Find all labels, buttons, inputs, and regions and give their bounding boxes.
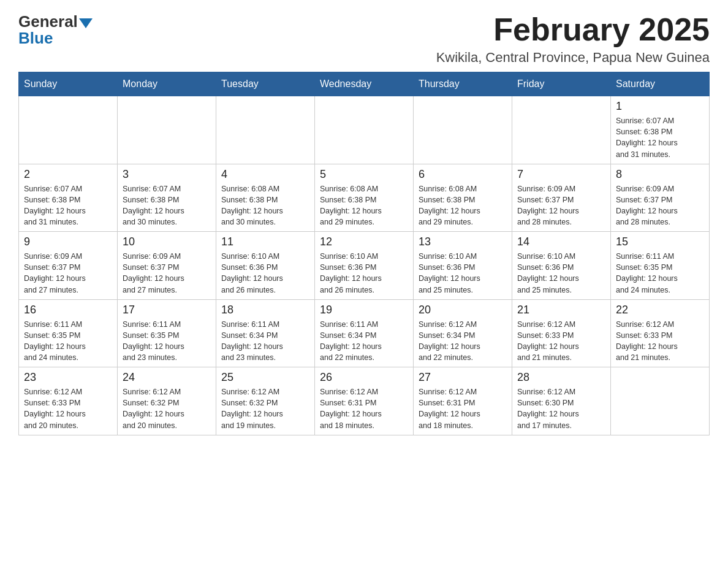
weekday-header-monday: Monday xyxy=(118,72,216,96)
day-number: 8 xyxy=(616,168,704,181)
day-info: Sunrise: 6:12 AM Sunset: 6:32 PM Dayligh… xyxy=(123,386,211,431)
page-header: General Blue February 2025 Kwikila, Cent… xyxy=(18,12,710,66)
day-info: Sunrise: 6:08 AM Sunset: 6:38 PM Dayligh… xyxy=(419,183,507,228)
day-number: 16 xyxy=(24,304,112,316)
day-info: Sunrise: 6:12 AM Sunset: 6:32 PM Dayligh… xyxy=(221,386,309,431)
day-info: Sunrise: 6:12 AM Sunset: 6:33 PM Dayligh… xyxy=(616,319,704,364)
day-info: Sunrise: 6:12 AM Sunset: 6:33 PM Dayligh… xyxy=(24,386,112,431)
weekday-header-row: SundayMondayTuesdayWednesdayThursdayFrid… xyxy=(19,72,710,96)
calendar-cell: 28Sunrise: 6:12 AM Sunset: 6:30 PM Dayli… xyxy=(512,367,611,435)
day-number: 11 xyxy=(221,236,309,248)
day-info: Sunrise: 6:12 AM Sunset: 6:33 PM Dayligh… xyxy=(517,319,605,364)
logo-triangle-icon xyxy=(79,18,93,28)
calendar-cell: 5Sunrise: 6:08 AM Sunset: 6:38 PM Daylig… xyxy=(315,164,414,232)
calendar-cell: 16Sunrise: 6:11 AM Sunset: 6:35 PM Dayli… xyxy=(19,299,118,367)
day-number: 26 xyxy=(320,371,408,384)
day-info: Sunrise: 6:12 AM Sunset: 6:34 PM Dayligh… xyxy=(419,319,507,364)
day-info: Sunrise: 6:12 AM Sunset: 6:31 PM Dayligh… xyxy=(419,386,507,431)
day-info: Sunrise: 6:07 AM Sunset: 6:38 PM Dayligh… xyxy=(616,115,704,160)
calendar-cell: 3Sunrise: 6:07 AM Sunset: 6:38 PM Daylig… xyxy=(118,164,216,232)
day-info: Sunrise: 6:10 AM Sunset: 6:36 PM Dayligh… xyxy=(320,251,408,296)
calendar-cell: 20Sunrise: 6:12 AM Sunset: 6:34 PM Dayli… xyxy=(414,299,512,367)
day-number: 12 xyxy=(320,236,408,248)
day-number: 15 xyxy=(616,236,704,248)
calendar-cell xyxy=(414,96,512,164)
day-info: Sunrise: 6:10 AM Sunset: 6:36 PM Dayligh… xyxy=(221,251,309,296)
calendar-cell: 15Sunrise: 6:11 AM Sunset: 6:35 PM Dayli… xyxy=(611,232,710,300)
day-info: Sunrise: 6:07 AM Sunset: 6:38 PM Dayligh… xyxy=(24,183,112,228)
day-number: 25 xyxy=(221,371,309,384)
calendar-table: SundayMondayTuesdayWednesdayThursdayFrid… xyxy=(18,72,710,435)
calendar-cell: 12Sunrise: 6:10 AM Sunset: 6:36 PM Dayli… xyxy=(315,232,414,300)
calendar-week-row: 16Sunrise: 6:11 AM Sunset: 6:35 PM Dayli… xyxy=(19,299,710,367)
calendar-cell xyxy=(19,96,118,164)
day-info: Sunrise: 6:09 AM Sunset: 6:37 PM Dayligh… xyxy=(123,251,211,296)
title-section: February 2025 Kwikila, Central Province,… xyxy=(436,12,710,66)
calendar-cell: 27Sunrise: 6:12 AM Sunset: 6:31 PM Dayli… xyxy=(414,367,512,435)
day-info: Sunrise: 6:09 AM Sunset: 6:37 PM Dayligh… xyxy=(517,183,605,228)
day-number: 17 xyxy=(123,304,211,316)
calendar-cell: 4Sunrise: 6:08 AM Sunset: 6:38 PM Daylig… xyxy=(216,164,315,232)
weekday-header-saturday: Saturday xyxy=(611,72,710,96)
day-info: Sunrise: 6:11 AM Sunset: 6:34 PM Dayligh… xyxy=(221,319,309,364)
calendar-cell: 2Sunrise: 6:07 AM Sunset: 6:38 PM Daylig… xyxy=(19,164,118,232)
calendar-cell: 24Sunrise: 6:12 AM Sunset: 6:32 PM Dayli… xyxy=(118,367,216,435)
day-info: Sunrise: 6:08 AM Sunset: 6:38 PM Dayligh… xyxy=(221,183,309,228)
calendar-cell: 22Sunrise: 6:12 AM Sunset: 6:33 PM Dayli… xyxy=(611,299,710,367)
day-number: 13 xyxy=(419,236,507,248)
calendar-cell xyxy=(315,96,414,164)
calendar-cell: 10Sunrise: 6:09 AM Sunset: 6:37 PM Dayli… xyxy=(118,232,216,300)
calendar-week-row: 1Sunrise: 6:07 AM Sunset: 6:38 PM Daylig… xyxy=(19,96,710,164)
day-info: Sunrise: 6:10 AM Sunset: 6:36 PM Dayligh… xyxy=(419,251,507,296)
calendar-week-row: 23Sunrise: 6:12 AM Sunset: 6:33 PM Dayli… xyxy=(19,367,710,435)
calendar-cell xyxy=(118,96,216,164)
calendar-cell: 6Sunrise: 6:08 AM Sunset: 6:38 PM Daylig… xyxy=(414,164,512,232)
day-number: 21 xyxy=(517,304,605,316)
day-number: 20 xyxy=(419,304,507,316)
day-info: Sunrise: 6:07 AM Sunset: 6:38 PM Dayligh… xyxy=(123,183,211,228)
calendar-cell: 1Sunrise: 6:07 AM Sunset: 6:38 PM Daylig… xyxy=(611,96,710,164)
day-number: 18 xyxy=(221,304,309,316)
logo: General Blue xyxy=(18,12,93,48)
day-number: 1 xyxy=(616,100,704,113)
day-info: Sunrise: 6:09 AM Sunset: 6:37 PM Dayligh… xyxy=(616,183,704,228)
day-number: 2 xyxy=(24,168,112,181)
day-number: 3 xyxy=(123,168,211,181)
day-number: 22 xyxy=(616,304,704,316)
calendar-cell xyxy=(216,96,315,164)
day-info: Sunrise: 6:11 AM Sunset: 6:35 PM Dayligh… xyxy=(123,319,211,364)
day-number: 5 xyxy=(320,168,408,181)
calendar-cell: 9Sunrise: 6:09 AM Sunset: 6:37 PM Daylig… xyxy=(19,232,118,300)
calendar-cell xyxy=(611,367,710,435)
calendar-cell: 17Sunrise: 6:11 AM Sunset: 6:35 PM Dayli… xyxy=(118,299,216,367)
month-title: February 2025 xyxy=(436,12,710,47)
day-number: 7 xyxy=(517,168,605,181)
location-subtitle: Kwikila, Central Province, Papua New Gui… xyxy=(436,50,710,66)
calendar-cell: 19Sunrise: 6:11 AM Sunset: 6:34 PM Dayli… xyxy=(315,299,414,367)
calendar-cell xyxy=(512,96,611,164)
day-info: Sunrise: 6:10 AM Sunset: 6:36 PM Dayligh… xyxy=(517,251,605,296)
day-info: Sunrise: 6:11 AM Sunset: 6:35 PM Dayligh… xyxy=(24,319,112,364)
calendar-week-row: 2Sunrise: 6:07 AM Sunset: 6:38 PM Daylig… xyxy=(19,164,710,232)
calendar-cell: 18Sunrise: 6:11 AM Sunset: 6:34 PM Dayli… xyxy=(216,299,315,367)
day-info: Sunrise: 6:08 AM Sunset: 6:38 PM Dayligh… xyxy=(320,183,408,228)
calendar-week-row: 9Sunrise: 6:09 AM Sunset: 6:37 PM Daylig… xyxy=(19,232,710,300)
calendar-cell: 25Sunrise: 6:12 AM Sunset: 6:32 PM Dayli… xyxy=(216,367,315,435)
calendar-cell: 23Sunrise: 6:12 AM Sunset: 6:33 PM Dayli… xyxy=(19,367,118,435)
calendar-cell: 21Sunrise: 6:12 AM Sunset: 6:33 PM Dayli… xyxy=(512,299,611,367)
day-info: Sunrise: 6:12 AM Sunset: 6:30 PM Dayligh… xyxy=(517,386,605,431)
calendar-cell: 14Sunrise: 6:10 AM Sunset: 6:36 PM Dayli… xyxy=(512,232,611,300)
day-info: Sunrise: 6:09 AM Sunset: 6:37 PM Dayligh… xyxy=(24,251,112,296)
day-info: Sunrise: 6:12 AM Sunset: 6:31 PM Dayligh… xyxy=(320,386,408,431)
day-number: 24 xyxy=(123,371,211,384)
day-number: 6 xyxy=(419,168,507,181)
calendar-cell: 26Sunrise: 6:12 AM Sunset: 6:31 PM Dayli… xyxy=(315,367,414,435)
weekday-header-tuesday: Tuesday xyxy=(216,72,315,96)
weekday-header-friday: Friday xyxy=(512,72,611,96)
calendar-cell: 8Sunrise: 6:09 AM Sunset: 6:37 PM Daylig… xyxy=(611,164,710,232)
day-number: 27 xyxy=(419,371,507,384)
weekday-header-sunday: Sunday xyxy=(19,72,118,96)
day-number: 14 xyxy=(517,236,605,248)
day-number: 23 xyxy=(24,371,112,384)
day-number: 4 xyxy=(221,168,309,181)
